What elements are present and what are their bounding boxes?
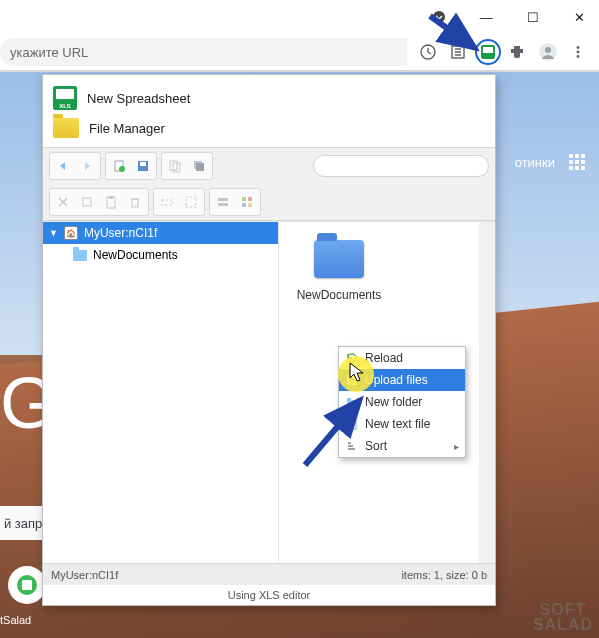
close-window-button[interactable]: ✕ <box>568 3 591 31</box>
address-placeholder: укажите URL <box>10 45 88 60</box>
save-button[interactable] <box>132 155 154 177</box>
chevron-right-icon: ▸ <box>454 441 459 452</box>
ctx-new-folder-label: New folder <box>365 395 422 409</box>
cut-button[interactable] <box>52 191 74 213</box>
svg-rect-25 <box>186 197 196 207</box>
caret-down-icon: ▼ <box>49 228 58 238</box>
svg-rect-23 <box>132 199 138 207</box>
svg-rect-20 <box>83 198 91 206</box>
save-all-button[interactable] <box>188 155 210 177</box>
fm-search-input[interactable] <box>313 155 489 177</box>
status-path: MyUser:nCI1f <box>51 569 118 581</box>
reload-icon <box>345 351 359 365</box>
svg-rect-30 <box>242 203 246 207</box>
svg-rect-26 <box>218 198 228 201</box>
browser-menu-icon[interactable] <box>565 39 591 65</box>
extension-popup: New Spreadsheet File Manager <box>42 74 496 606</box>
pane-resize-handle[interactable] <box>279 393 281 423</box>
ctx-sort-label: Sort <box>365 439 387 453</box>
footer-label: Using XLS editor <box>228 589 311 601</box>
minimize-button[interactable]: — <box>475 3 498 31</box>
ctx-reload-label: Reload <box>365 351 403 365</box>
folder-icon <box>73 250 87 261</box>
back-button[interactable] <box>52 155 74 177</box>
view1-button[interactable] <box>212 191 234 213</box>
new-folder-icon <box>345 395 359 409</box>
new-doc-button[interactable] <box>108 155 130 177</box>
svg-rect-15 <box>140 162 146 166</box>
backdrop-credit: tSalad <box>0 614 31 626</box>
share-icon[interactable] <box>415 39 441 65</box>
fm-tree[interactable]: ▼ 🏠 MyUser:nCI1f NewDocuments <box>43 222 279 563</box>
extensions-icon[interactable] <box>505 39 531 65</box>
sort-icon <box>345 439 359 453</box>
spreadsheet-icon <box>53 86 77 110</box>
tree-root-label: MyUser:nCI1f <box>84 226 157 240</box>
fm-pane[interactable]: NewDocuments Reload Upload files New fol… <box>279 222 495 563</box>
svg-point-0 <box>433 11 445 23</box>
xls-extension-icon[interactable] <box>475 39 501 65</box>
copy-button[interactable] <box>164 155 186 177</box>
ctx-reload[interactable]: Reload <box>339 347 465 369</box>
svg-rect-19 <box>196 163 204 171</box>
svg-point-13 <box>119 166 125 172</box>
folder-item-label: NewDocuments <box>289 288 389 302</box>
browser-toolbar: укажите URL <box>0 34 599 72</box>
fm-toolbar <box>43 147 495 221</box>
copy2-button[interactable] <box>76 191 98 213</box>
svg-rect-4 <box>483 47 493 53</box>
paste-button[interactable] <box>100 191 122 213</box>
scrollbar[interactable] <box>479 222 495 563</box>
svg-rect-29 <box>248 197 252 201</box>
maximize-button[interactable]: ☐ <box>522 3 545 31</box>
svg-rect-24 <box>162 200 172 205</box>
context-menu: Reload Upload files New folder New text … <box>338 346 466 458</box>
ctx-new-folder[interactable]: New folder <box>339 391 465 413</box>
rename-button[interactable] <box>156 191 178 213</box>
address-bar[interactable]: укажите URL <box>0 38 407 66</box>
select-button[interactable] <box>180 191 202 213</box>
file-manager-button[interactable]: File Manager <box>53 113 485 143</box>
ctx-upload-label: Upload files <box>365 373 428 387</box>
svg-rect-34 <box>347 398 351 400</box>
svg-rect-28 <box>242 197 246 201</box>
file-manager-label: File Manager <box>89 121 165 136</box>
delete-button[interactable] <box>124 191 146 213</box>
svg-rect-11 <box>22 580 32 590</box>
ctx-sort[interactable]: Sort ▸ <box>339 435 465 457</box>
view2-button[interactable] <box>236 191 258 213</box>
ctx-upload[interactable]: Upload files <box>339 369 465 391</box>
svg-rect-31 <box>248 203 252 207</box>
folder-item[interactable]: NewDocuments <box>289 240 389 302</box>
svg-point-8 <box>577 51 580 54</box>
new-spreadsheet-button[interactable]: New Spreadsheet <box>53 83 485 113</box>
watermark: SOFT SALAD <box>533 603 593 632</box>
upload-icon <box>345 373 359 387</box>
home-icon: 🏠 <box>64 226 78 240</box>
svg-rect-22 <box>109 196 113 199</box>
ctx-new-text[interactable]: New text file <box>339 413 465 435</box>
dropdown-indicator-icon <box>428 3 451 31</box>
folder-icon <box>53 118 79 138</box>
profile-icon[interactable] <box>535 39 561 65</box>
svg-point-7 <box>577 46 580 49</box>
tree-root[interactable]: ▼ 🏠 MyUser:nCI1f <box>43 222 278 244</box>
apps-launcher-icon[interactable] <box>569 154 585 170</box>
backdrop-badge[interactable] <box>8 566 46 604</box>
status-info: items: 1, size: 0 b <box>401 569 487 581</box>
svg-point-9 <box>577 55 580 58</box>
status-bar: MyUser:nCI1f items: 1, size: 0 b <box>43 563 495 585</box>
svg-rect-33 <box>347 400 357 406</box>
backdrop-apps-label: отинки <box>515 155 555 170</box>
new-spreadsheet-label: New Spreadsheet <box>87 91 190 106</box>
svg-point-6 <box>545 47 551 53</box>
forward-button[interactable] <box>76 155 98 177</box>
folder-icon <box>314 240 364 278</box>
tree-child[interactable]: NewDocuments <box>43 244 278 266</box>
tree-child-label: NewDocuments <box>93 248 178 262</box>
svg-rect-27 <box>218 203 228 206</box>
new-text-icon <box>345 417 359 431</box>
reader-icon[interactable] <box>445 39 471 65</box>
ctx-new-text-label: New text file <box>365 417 430 431</box>
popup-footer: Using XLS editor <box>43 585 495 605</box>
